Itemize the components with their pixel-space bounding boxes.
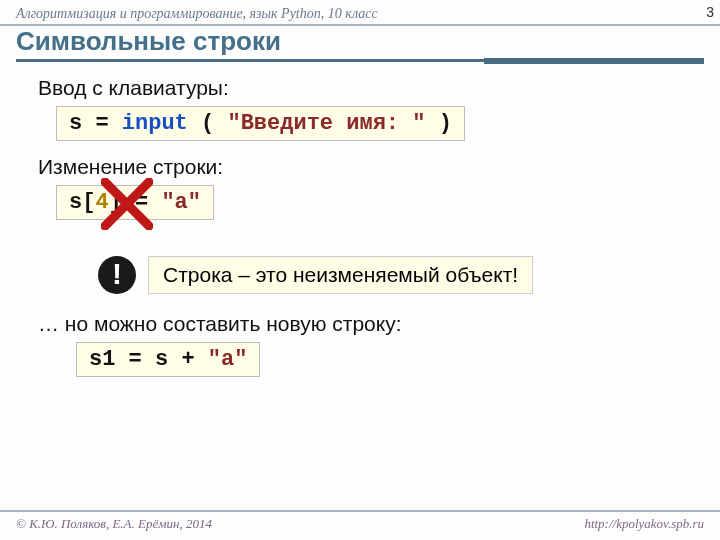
code-idx: 4 <box>95 190 108 215</box>
slide-content: Ввод с клавиатуры: s = input ( "Введите … <box>0 62 720 391</box>
page-number: 3 <box>706 4 714 20</box>
code-close: ) <box>425 111 451 136</box>
code-input: s = input ( "Введите имя: " ) <box>56 106 465 141</box>
note-text: Строка – это неизменяемый объект! <box>148 256 533 294</box>
title-bar: Символьные строки <box>0 26 720 59</box>
code-fn: input <box>122 111 188 136</box>
code-lhs: s1 <box>89 347 115 372</box>
code-eq2: = <box>122 190 162 215</box>
code-var2: s <box>69 190 82 215</box>
footer-copyright: © К.Ю. Поляков, Е.А. Ерёмин, 2014 <box>16 516 212 532</box>
code-eq: = <box>82 111 122 136</box>
code-rhs: s + <box>155 347 208 372</box>
code-concat: s1 = s + "a" <box>76 342 260 377</box>
section2-label: Изменение строки: <box>38 155 690 179</box>
page-title: Символьные строки <box>16 26 281 59</box>
code-mutate: s[4] = "a" <box>56 185 214 220</box>
code-str2: "a" <box>161 190 201 215</box>
code-eq3: = <box>115 347 155 372</box>
breadcrumb: Алгоритмизация и программирование, язык … <box>0 0 720 26</box>
footer: © К.Ю. Поляков, Е.А. Ерёмин, 2014 http:/… <box>0 510 720 532</box>
code-rb: ] <box>109 190 122 215</box>
section3-label: … но можно составить новую строку: <box>38 312 690 336</box>
code-var: s <box>69 111 82 136</box>
footer-url: http://kpolyakov.spb.ru <box>584 516 704 532</box>
code-open: ( <box>188 111 228 136</box>
exclamation-icon: ! <box>98 256 136 294</box>
code-str3: "a" <box>208 347 248 372</box>
title-underline <box>16 59 704 62</box>
note-row: ! Строка – это неизменяемый объект! <box>98 256 690 294</box>
code-lb: [ <box>82 190 95 215</box>
code-str: "Введите имя: " <box>227 111 425 136</box>
section1-label: Ввод с клавиатуры: <box>38 76 690 100</box>
